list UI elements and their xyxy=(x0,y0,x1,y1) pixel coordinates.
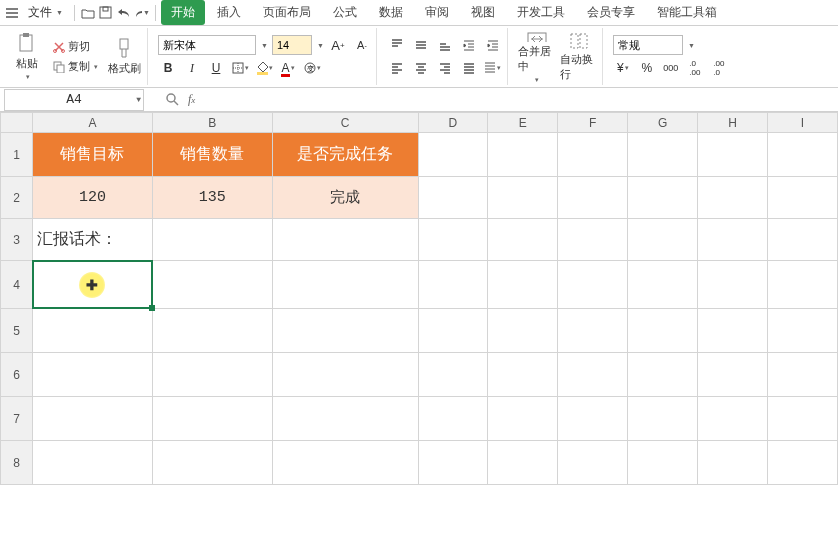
align-bottom-icon[interactable] xyxy=(435,35,455,55)
chevron-down-icon[interactable]: ▼ xyxy=(317,42,324,49)
comma-icon[interactable]: 000 xyxy=(661,58,681,78)
chevron-down-icon[interactable]: ▼ xyxy=(261,42,268,49)
cell[interactable] xyxy=(32,309,152,353)
cell[interactable] xyxy=(488,133,558,177)
cell[interactable] xyxy=(272,441,418,485)
align-middle-icon[interactable] xyxy=(411,35,431,55)
cell-B2[interactable]: 135 xyxy=(152,177,272,219)
tab-page-layout[interactable]: 页面布局 xyxy=(253,0,321,25)
tab-member[interactable]: 会员专享 xyxy=(577,0,645,25)
col-header-I[interactable]: I xyxy=(768,113,838,133)
cell-A3[interactable]: 汇报话术： xyxy=(32,219,152,261)
cell[interactable] xyxy=(32,353,152,397)
justify-icon[interactable] xyxy=(459,58,479,78)
cell[interactable] xyxy=(768,397,838,441)
cell[interactable] xyxy=(418,219,488,261)
font-color-button[interactable]: A ▾ xyxy=(278,58,298,78)
font-size-input[interactable] xyxy=(272,35,312,55)
col-header-B[interactable]: B xyxy=(152,113,272,133)
cell[interactable] xyxy=(32,441,152,485)
cell[interactable] xyxy=(488,219,558,261)
save-icon[interactable] xyxy=(98,5,114,21)
cell[interactable] xyxy=(558,353,628,397)
cell[interactable] xyxy=(698,441,768,485)
cell[interactable] xyxy=(488,309,558,353)
align-top-icon[interactable] xyxy=(387,35,407,55)
tab-insert[interactable]: 插入 xyxy=(207,0,251,25)
cell[interactable] xyxy=(628,353,698,397)
row-header-6[interactable]: 6 xyxy=(1,353,33,397)
cell[interactable] xyxy=(558,441,628,485)
cell[interactable] xyxy=(272,219,418,261)
decrease-indent-icon[interactable] xyxy=(459,35,479,55)
copy-button[interactable]: 复制▾ xyxy=(50,58,101,75)
tab-smart-toolbox[interactable]: 智能工具箱 xyxy=(647,0,727,25)
cell-A2[interactable]: 120 xyxy=(32,177,152,219)
cell[interactable] xyxy=(272,261,418,309)
fill-color-button[interactable]: ▾ xyxy=(254,58,274,78)
bold-button[interactable]: B xyxy=(158,58,178,78)
row-header-3[interactable]: 3 xyxy=(1,219,33,261)
format-painter-button[interactable]: 格式刷 xyxy=(105,30,143,84)
cell[interactable] xyxy=(628,133,698,177)
cell[interactable] xyxy=(558,397,628,441)
cell[interactable] xyxy=(558,309,628,353)
col-header-A[interactable]: A xyxy=(32,113,152,133)
cell[interactable] xyxy=(418,133,488,177)
cell[interactable] xyxy=(272,397,418,441)
cell[interactable] xyxy=(488,397,558,441)
cell[interactable] xyxy=(558,219,628,261)
cell[interactable] xyxy=(558,261,628,309)
underline-button[interactable]: U xyxy=(206,58,226,78)
cell[interactable] xyxy=(152,219,272,261)
cell[interactable] xyxy=(152,441,272,485)
cell[interactable] xyxy=(488,177,558,219)
cell[interactable] xyxy=(488,441,558,485)
col-header-C[interactable]: C xyxy=(272,113,418,133)
align-left-icon[interactable] xyxy=(387,58,407,78)
cell-C2[interactable]: 完成 xyxy=(272,177,418,219)
align-right-icon[interactable] xyxy=(435,58,455,78)
select-all-corner[interactable] xyxy=(1,113,33,133)
undo-icon[interactable] xyxy=(116,5,132,21)
cell-B1[interactable]: 销售数量 xyxy=(152,133,272,177)
cell[interactable] xyxy=(768,261,838,309)
decrease-font-icon[interactable]: A- xyxy=(352,35,372,55)
col-header-F[interactable]: F xyxy=(558,113,628,133)
cell[interactable] xyxy=(488,353,558,397)
cell[interactable] xyxy=(628,441,698,485)
fill-handle[interactable] xyxy=(149,305,155,311)
file-menu[interactable]: 文件 ▼ xyxy=(22,2,69,23)
increase-decimal-icon[interactable]: .0.00 xyxy=(685,58,705,78)
cell[interactable] xyxy=(418,309,488,353)
cut-button[interactable]: 剪切 xyxy=(50,38,101,55)
paste-button[interactable]: 粘贴▾ xyxy=(8,30,46,84)
col-header-G[interactable]: G xyxy=(628,113,698,133)
open-icon[interactable] xyxy=(80,5,96,21)
cell[interactable] xyxy=(768,133,838,177)
cell[interactable] xyxy=(698,133,768,177)
tab-view[interactable]: 视图 xyxy=(461,0,505,25)
row-header-8[interactable]: 8 xyxy=(1,441,33,485)
col-header-E[interactable]: E xyxy=(488,113,558,133)
row-header-5[interactable]: 5 xyxy=(1,309,33,353)
cell[interactable] xyxy=(698,309,768,353)
currency-icon[interactable]: ¥▾ xyxy=(613,58,633,78)
increase-font-icon[interactable]: A+ xyxy=(328,35,348,55)
cell[interactable] xyxy=(418,261,488,309)
decrease-decimal-icon[interactable]: .00.0 xyxy=(709,58,729,78)
tab-data[interactable]: 数据 xyxy=(369,0,413,25)
tab-review[interactable]: 审阅 xyxy=(415,0,459,25)
merge-center-button[interactable]: 合并居中▾ xyxy=(518,30,556,84)
name-box[interactable]: A4 ▼ xyxy=(4,89,144,111)
cell[interactable] xyxy=(152,261,272,309)
cell[interactable] xyxy=(418,397,488,441)
cell[interactable] xyxy=(628,261,698,309)
cell[interactable] xyxy=(152,309,272,353)
cell[interactable] xyxy=(628,309,698,353)
font-name-input[interactable] xyxy=(158,35,256,55)
cell[interactable] xyxy=(32,397,152,441)
row-header-7[interactable]: 7 xyxy=(1,397,33,441)
cell[interactable] xyxy=(272,353,418,397)
cell[interactable] xyxy=(272,309,418,353)
